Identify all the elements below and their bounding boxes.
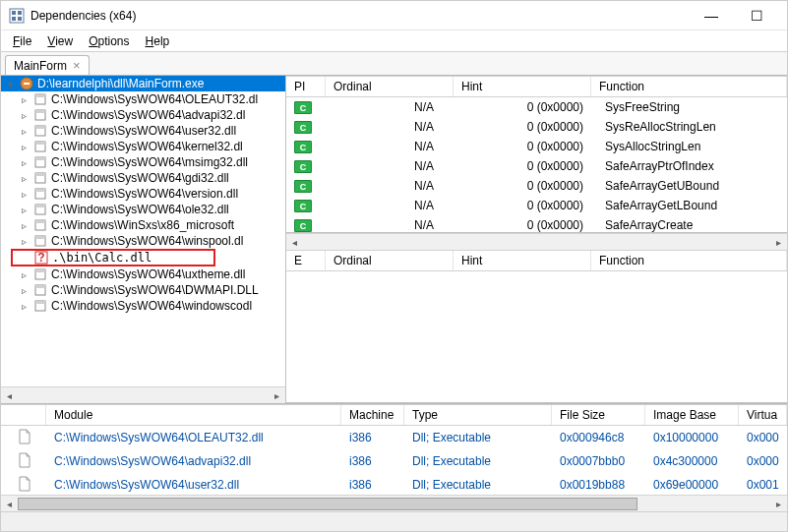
- scroll-right-icon[interactable]: ▸: [269, 387, 285, 404]
- tree-item[interactable]: ▹C:\Windows\SysWOW64\ole32.dll: [1, 202, 285, 217]
- import-row[interactable]: CN/A0 (0x0000)SafeArrayCreate: [286, 215, 787, 233]
- svg-rect-4: [18, 17, 22, 21]
- c-badge-icon: C: [294, 101, 312, 114]
- expand-icon[interactable]: ▹: [19, 285, 30, 296]
- file-icon: [17, 452, 32, 468]
- col-hint[interactable]: Hint: [454, 77, 591, 96]
- import-row[interactable]: CN/A0 (0x0000)SafeArrayGetLBound: [286, 196, 787, 215]
- exports-grid[interactable]: E Ordinal Hint Function: [286, 250, 787, 403]
- modules-header: Module Machine Type File Size Image Base…: [1, 404, 787, 426]
- module-tree[interactable]: ▾ D:\learndelphi\dll\MainForm.exe ▹C:\Wi…: [1, 76, 286, 403]
- tree-item[interactable]: ▹C:\Windows\SysWOW64\advapi32.dl: [1, 107, 285, 123]
- close-icon[interactable]: ×: [73, 58, 81, 73]
- modules-grid[interactable]: Module Machine Type File Size Image Base…: [1, 404, 787, 495]
- import-row[interactable]: CN/A0 (0x0000)SysFreeString: [286, 97, 787, 117]
- col-e[interactable]: E: [286, 251, 326, 270]
- menu-help[interactable]: Help: [140, 32, 176, 50]
- imports-hscroll[interactable]: ◂ ▸: [286, 233, 787, 250]
- tree-item[interactable]: ▹C:\Windows\SysWOW64\OLEAUT32.dl: [1, 91, 285, 107]
- tree-item[interactable]: ▹C:\Windows\SysWOW64\msimg32.dll: [1, 154, 285, 170]
- modules-hscroll[interactable]: ◂ ▸: [1, 495, 787, 511]
- col-type[interactable]: Type: [404, 405, 552, 425]
- tree-item[interactable]: ▹C:\Windows\SysWOW64\gdi32.dll: [1, 170, 285, 186]
- col-module[interactable]: Module: [46, 405, 341, 425]
- tree-item[interactable]: ▹C:\Windows\SysWOW64\user32.dll: [1, 123, 285, 139]
- col-virtual[interactable]: Virtua: [739, 405, 787, 425]
- tree-item[interactable]: ▹C:\Windows\SysWOW64\uxtheme.dll: [1, 266, 285, 282]
- c-badge-icon: C: [294, 121, 312, 134]
- missing-dll-path[interactable]: .\bin\Calc.dll: [52, 251, 152, 265]
- dll-icon: [32, 171, 48, 185]
- expand-icon[interactable]: ▹: [19, 189, 30, 200]
- col-hint[interactable]: Hint: [454, 251, 591, 270]
- dll-icon: [32, 187, 48, 201]
- dll-icon: [32, 92, 48, 106]
- tree-item[interactable]: ▹C:\Windows\SysWOW64\winspool.dl: [1, 233, 285, 249]
- expand-icon[interactable]: ▹: [19, 173, 30, 184]
- expand-icon[interactable]: ▹: [19, 236, 30, 247]
- col-ordinal[interactable]: Ordinal: [326, 77, 454, 96]
- module-path[interactable]: C:\Windows\SysWOW64\advapi32.dll: [54, 454, 251, 468]
- scroll-right-icon[interactable]: ▸: [770, 496, 787, 512]
- tree-root[interactable]: ▾ D:\learndelphi\dll\MainForm.exe: [1, 76, 285, 91]
- import-row[interactable]: CN/A0 (0x0000)SysReAllocStringLen: [286, 117, 787, 137]
- dll-icon: [32, 124, 48, 138]
- import-row[interactable]: CN/A0 (0x0000)SysAllocStringLen: [286, 137, 787, 156]
- tree-item[interactable]: ▹C:\Windows\SysWOW64\DWMAPI.DLL: [1, 282, 285, 298]
- maximize-button[interactable]: ☐: [734, 1, 779, 30]
- menu-file[interactable]: File: [7, 32, 37, 50]
- expand-icon[interactable]: ▹: [19, 269, 30, 280]
- dll-icon: [32, 234, 48, 248]
- scroll-left-icon[interactable]: ◂: [1, 387, 18, 404]
- module-row[interactable]: C:\Windows\SysWOW64\advapi32.dlli386Dll;…: [1, 449, 787, 473]
- tab-mainform[interactable]: MainForm ×: [5, 55, 90, 75]
- window-title: Dependencies (x64): [30, 9, 689, 23]
- module-path[interactable]: C:\Windows\SysWOW64\OLEAUT32.dll: [54, 431, 264, 444]
- tree-item[interactable]: ▹C:\Windows\WinSxs\x86_microsoft: [1, 217, 285, 233]
- tree-item-label: C:\Windows\SysWOW64\kernel32.dl: [51, 140, 243, 153]
- svg-rect-20: [35, 189, 45, 192]
- tree-root-label: D:\learndelphi\dll\MainForm.exe: [37, 77, 204, 90]
- tree-item[interactable]: ▹C:\Windows\SysWOW64\version.dll: [1, 186, 285, 202]
- import-row[interactable]: CN/A0 (0x0000)SafeArrayGetUBound: [286, 176, 787, 196]
- scroll-right-icon[interactable]: ▸: [770, 234, 787, 251]
- svg-rect-10: [35, 110, 45, 113]
- expand-icon[interactable]: ▹: [19, 220, 30, 231]
- col-imagebase[interactable]: Image Base: [645, 405, 739, 425]
- scroll-left-icon[interactable]: ◂: [286, 234, 303, 251]
- modules-pane: Module Machine Type File Size Image Base…: [1, 403, 787, 511]
- expand-icon[interactable]: ▹: [19, 110, 30, 121]
- module-row[interactable]: C:\Windows\SysWOW64\OLEAUT32.dlli386Dll;…: [1, 426, 787, 449]
- svg-rect-30: [35, 269, 45, 272]
- svg-rect-2: [18, 11, 22, 15]
- module-path[interactable]: C:\Windows\SysWOW64\user32.dll: [54, 478, 239, 492]
- imports-header: PI Ordinal Hint Function: [286, 76, 787, 97]
- minimize-button[interactable]: —: [689, 1, 734, 30]
- collapse-icon[interactable]: ▾: [5, 79, 16, 89]
- col-filesize[interactable]: File Size: [552, 405, 645, 425]
- tree-item[interactable]: ▹C:\Windows\SysWOW64\kernel32.dl: [1, 139, 285, 154]
- expand-icon[interactable]: ▹: [19, 126, 30, 137]
- tree-hscroll[interactable]: ◂ ▸: [1, 386, 285, 403]
- expand-icon[interactable]: ▹: [19, 142, 30, 152]
- col-function[interactable]: Function: [591, 251, 787, 270]
- col-ordinal[interactable]: Ordinal: [326, 251, 454, 270]
- imports-grid[interactable]: PI Ordinal Hint Function CN/A0 (0x0000)S…: [286, 76, 787, 233]
- import-row[interactable]: CN/A0 (0x0000)SafeArrayPtrOfIndex: [286, 156, 787, 176]
- scroll-left-icon[interactable]: ◂: [1, 496, 18, 512]
- expand-icon[interactable]: ▹: [19, 205, 30, 215]
- menu-options[interactable]: Options: [83, 32, 135, 50]
- col-machine[interactable]: Machine: [341, 405, 404, 425]
- svg-rect-26: [35, 236, 45, 239]
- module-row[interactable]: C:\Windows\SysWOW64\user32.dlli386Dll; E…: [1, 473, 787, 495]
- tab-label: MainForm: [14, 59, 67, 73]
- dll-icon: [32, 203, 48, 216]
- menu-view[interactable]: View: [41, 32, 79, 50]
- svg-rect-18: [35, 173, 45, 176]
- expand-icon[interactable]: ▹: [19, 94, 30, 105]
- expand-icon[interactable]: ▹: [19, 301, 30, 312]
- col-function[interactable]: Function: [591, 77, 787, 96]
- tree-item[interactable]: ▹C:\Windows\SysWOW64\windowscodl: [1, 298, 285, 314]
- col-pi[interactable]: PI: [286, 77, 326, 96]
- expand-icon[interactable]: ▹: [19, 157, 30, 168]
